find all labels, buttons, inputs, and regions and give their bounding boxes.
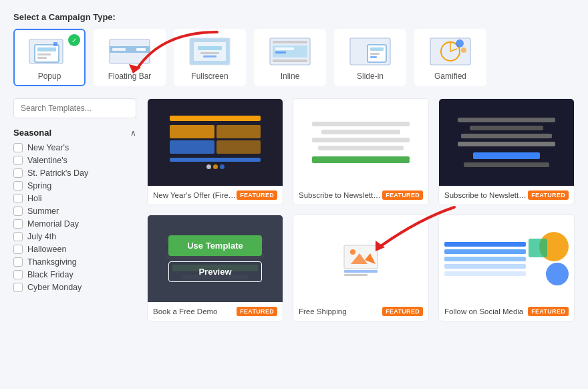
filter-item-halloween[interactable]: Halloween (13, 245, 136, 254)
template-card-fireworks[interactable]: New Year's Offer (Firewo... FEATURED (147, 98, 283, 205)
preview-button[interactable]: Preview (168, 261, 262, 282)
fullscreen-icon (187, 35, 233, 68)
campaign-type-slide-in[interactable]: Slide-in (334, 29, 406, 86)
filter-checkbox-cybermonday[interactable] (13, 283, 23, 292)
inline-label: Inline (281, 72, 300, 81)
fullscreen-label: Fullscreen (191, 72, 228, 81)
template-thumb-subscribe-light (293, 99, 428, 186)
filter-label-summer: Summer (27, 207, 59, 216)
filter-checkbox-holi[interactable] (13, 194, 23, 203)
template-card-subscribe-light[interactable]: Subscribe to Newsletter ... FEATURED (293, 98, 429, 205)
svg-rect-11 (194, 42, 226, 61)
svg-rect-13 (200, 52, 219, 54)
template-thumb-subscribe-dark (439, 99, 574, 186)
svg-rect-12 (198, 46, 222, 50)
filter-label-valentines: Valentine's (27, 156, 67, 165)
campaign-type-gamified[interactable]: Gamified (414, 29, 486, 86)
template-card-demo-overlay: Use Template Preview (148, 215, 283, 302)
template-footer-fireworks: New Year's Offer (Firewo... FEATURED (148, 186, 283, 205)
template-footer-subscribe-light: Subscribe to Newsletter ... FEATURED (293, 186, 428, 205)
filter-checkbox-halloween[interactable] (13, 245, 23, 254)
floating-bar-label: Floating Bar (108, 72, 152, 81)
floating-bar-icon (107, 35, 152, 68)
filter-item-july4[interactable]: July 4th (13, 232, 136, 241)
svg-rect-4 (37, 57, 47, 59)
template-thumb-shipping (293, 215, 428, 302)
template-card-subscribe-dark[interactable]: Subscribe to Newsletter ... FEATURED (438, 98, 575, 205)
filter-item-spring[interactable]: Spring (13, 181, 136, 190)
svg-rect-2 (37, 47, 56, 51)
filter-label-memorialday: Memorial Day (27, 219, 79, 229)
svg-rect-8 (112, 48, 126, 51)
filter-checkbox-stpatricks[interactable] (13, 168, 23, 178)
sidebar: Seasonal ∧ New Year's Valentine's St. Pa… (13, 98, 147, 321)
filter-item-cybermonday[interactable]: Cyber Monday (13, 283, 136, 292)
template-card-shipping[interactable]: Free Shipping FEATURED (293, 215, 429, 321)
filter-label-cybermonday: Cyber Monday (27, 283, 82, 292)
filter-item-newyears[interactable]: New Year's (13, 143, 136, 152)
main-area: Seasonal ∧ New Year's Valentine's St. Pa… (13, 98, 575, 321)
svg-rect-16 (273, 41, 307, 43)
campaign-type-selector: ✓ Popup (13, 29, 575, 86)
filter-checkbox-summer[interactable] (13, 207, 23, 216)
seasonal-filter-list: New Year's Valentine's St. Patrick's Day… (13, 143, 136, 292)
svg-rect-19 (275, 51, 286, 53)
filter-item-memorialday[interactable]: Memorial Day (13, 219, 136, 229)
template-card-demo[interactable]: Use Template Preview Book a Free Demo FE… (147, 215, 283, 321)
filter-checkbox-spring[interactable] (13, 181, 23, 190)
filter-label-halloween: Halloween (27, 245, 66, 254)
filter-item-valentines[interactable]: Valentine's (13, 156, 136, 165)
filter-section-seasonal: Seasonal ∧ (13, 128, 136, 138)
filter-item-thanksgiving[interactable]: Thanksgiving (13, 257, 136, 267)
section-label: Select a Campaign Type: (13, 12, 575, 22)
filter-label-thanksgiving: Thanksgiving (27, 257, 77, 267)
templates-grid: New Year's Offer (Firewo... FEATURED (147, 98, 575, 321)
slide-in-icon (347, 35, 393, 68)
filter-item-summer[interactable]: Summer (13, 207, 136, 216)
filter-label-holi: Holi (27, 194, 42, 203)
filter-checkbox-newyears[interactable] (13, 143, 23, 152)
filter-checkbox-valentines[interactable] (13, 156, 23, 165)
seasonal-section-title: Seasonal (13, 128, 51, 138)
popup-label: Popup (38, 72, 61, 81)
template-footer-demo: Book a Free Demo FEATURED (148, 302, 283, 321)
filter-item-holi[interactable]: Holi (13, 194, 136, 203)
template-card-social[interactable]: Follow on Social Media FEATURED (438, 215, 575, 321)
svg-rect-18 (275, 47, 294, 50)
featured-badge-social: FEATURED (528, 307, 569, 316)
featured-badge-subscribe-dark: FEATURED (528, 190, 569, 200)
template-name-subscribe-light: Subscribe to Newsletter ... (299, 191, 382, 199)
slide-in-label: Slide-in (357, 72, 384, 81)
filter-checkbox-memorialday[interactable] (13, 219, 23, 229)
use-template-button[interactable]: Use Template (168, 235, 262, 256)
template-footer-subscribe-dark: Subscribe to Newsletter ... FEATURED (439, 186, 574, 205)
campaign-type-inline[interactable]: Inline (254, 29, 326, 86)
seasonal-toggle-icon[interactable]: ∧ (130, 128, 136, 138)
popup-icon (27, 35, 72, 68)
filter-checkbox-blackfriday[interactable] (13, 270, 23, 279)
gamified-icon (428, 35, 473, 68)
svg-rect-35 (344, 270, 378, 273)
filter-label-stpatricks: St. Patrick's Day (27, 168, 88, 178)
gamified-label: Gamified (434, 72, 466, 81)
template-thumb-social (439, 215, 574, 302)
featured-badge-fireworks: FEATURED (237, 190, 277, 200)
filter-checkbox-july4[interactable] (13, 232, 23, 241)
filter-label-newyears: New Year's (27, 143, 69, 152)
filter-item-stpatricks[interactable]: St. Patrick's Day (13, 168, 136, 178)
template-footer-social: Follow on Social Media FEATURED (439, 302, 574, 321)
svg-rect-20 (273, 59, 307, 62)
svg-rect-14 (203, 55, 216, 57)
campaign-type-floating-bar[interactable]: Floating Bar (94, 29, 166, 86)
template-name-subscribe-dark: Subscribe to Newsletter ... (444, 191, 528, 199)
campaign-type-fullscreen[interactable]: Fullscreen (174, 29, 246, 86)
campaign-type-popup[interactable]: ✓ Popup (13, 29, 86, 86)
template-footer-shipping: Free Shipping FEATURED (293, 302, 428, 321)
filter-checkbox-thanksgiving[interactable] (13, 257, 23, 267)
search-input[interactable] (13, 98, 136, 118)
selected-check-icon: ✓ (68, 34, 80, 46)
filter-item-blackfriday[interactable]: Black Friday (13, 270, 136, 279)
featured-badge-shipping: FEATURED (382, 307, 423, 316)
featured-badge-subscribe-light: FEATURED (382, 190, 423, 200)
svg-rect-3 (37, 53, 51, 55)
